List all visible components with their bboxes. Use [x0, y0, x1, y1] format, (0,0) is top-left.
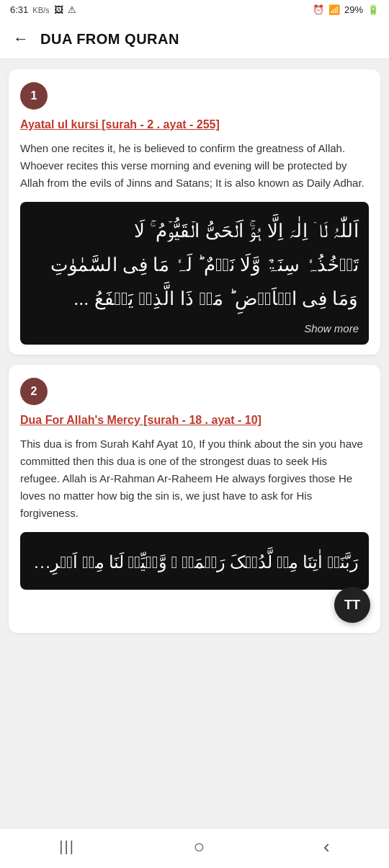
content-area: 1 Ayatal ul kursi [surah - 2 . ayat - 25…: [0, 59, 389, 643]
back-nav-icon[interactable]: ‹: [323, 836, 330, 858]
battery-icon: 🔋: [367, 4, 379, 15]
home-nav-icon[interactable]: ○: [194, 836, 205, 858]
status-time: 6:31: [10, 4, 28, 15]
arabic-block-1: اَللّٰہُ لَاۤ اِلٰہَ اِلَّا ہُوَۚ اَلۡحَ…: [20, 202, 369, 344]
show-more-button-1[interactable]: Show more: [30, 322, 359, 335]
dua-number-2: 2: [20, 378, 48, 405]
warning-icon: ⚠: [68, 4, 76, 15]
header: ← DUA FROM QURAN: [0, 19, 389, 59]
status-network: KB/s: [32, 6, 49, 14]
dua-card-1: 1 Ayatal ul kursi [surah - 2 . ayat - 25…: [9, 69, 380, 355]
arabic-text-1: اَللّٰہُ لَاۤ اِلٰہَ اِلَّا ہُوَۚ اَلۡحَ…: [30, 215, 359, 316]
alarm-icon: ⏰: [313, 4, 324, 15]
signal-icon: 📶: [328, 4, 340, 15]
image-icon: 🖼: [54, 4, 63, 15]
status-bar: 6:31 KB/s 🖼 ⚠ ⏰ 📶 29% 🔋: [0, 0, 389, 19]
battery-level: 29%: [344, 4, 363, 15]
dua-description-2: This dua is from Surah Kahf Ayat 10, If …: [20, 435, 369, 522]
status-left: 6:31 KB/s 🖼 ⚠: [10, 4, 76, 15]
dua-title-1[interactable]: Ayatal ul kursi [surah - 2 . ayat - 255]: [20, 117, 369, 133]
arabic-block-2: رَبَّنَاۤ اٰتِنَا مِنۡ لَّدُنۡکَ رَحۡمَۃ…: [20, 532, 369, 590]
dua-card-2: 2 Dua For Allah's Mercy [surah - 18 . ay…: [9, 365, 380, 633]
navigation-bar: ||| ○ ‹: [0, 828, 389, 868]
back-button[interactable]: ←: [13, 30, 29, 48]
status-right: ⏰ 📶 29% 🔋: [313, 4, 379, 15]
dua-description-1: When one recites it, he is believed to c…: [20, 140, 369, 192]
dua-number-1: 1: [20, 82, 48, 110]
arabic-text-2: رَبَّنَاۤ اٰتِنَا مِنۡ لَّدُنۡکَ رَحۡمَۃ…: [30, 545, 359, 580]
dua-title-2[interactable]: Dua For Allah's Mercy [surah - 18 . ayat…: [20, 412, 369, 428]
menu-nav-icon[interactable]: |||: [59, 838, 75, 855]
text-size-fab[interactable]: TT: [334, 587, 370, 623]
page-title: DUA FROM QURAN: [40, 31, 179, 48]
